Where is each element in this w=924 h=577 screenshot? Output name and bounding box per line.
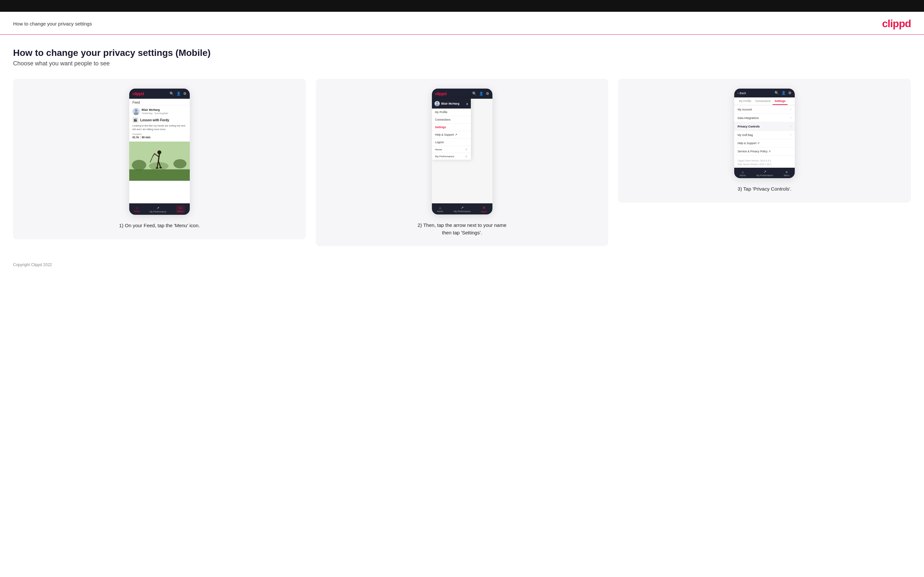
svg-point-5 [173,159,186,168]
copyright: Copyright Clippd 2022 [13,263,52,267]
svg-point-16 [436,102,438,104]
user-icon: 👤 [176,92,181,96]
menu-icon-3: ≡ [786,170,788,174]
menu-icon: ≡ [179,206,181,210]
duration-value: 01 hr : 30 min [132,136,186,139]
performance-icon-3: ↗ [763,170,766,174]
my-golf-bag-item[interactable]: My Golf Bag › [734,131,795,139]
dropdown-my-profile[interactable]: My Profile [432,108,471,116]
user-icon-3: 👤 [781,91,786,95]
dropdown-avatar [435,101,440,106]
home-label-2: Home [437,210,443,213]
dropdown-home-section[interactable]: Home ∨ [432,146,471,153]
dropdown-help-support[interactable]: Help & Support ↗ [432,131,471,139]
menu-label: Menu [178,210,184,213]
home-icon: ⌂ [136,206,138,210]
footer: Copyright Clippd 2022 [0,256,924,277]
page-header: How to change your privacy settings clip… [0,12,924,35]
header-title: How to change your privacy settings [13,21,92,26]
step1-bottom-nav: ⌂ Home ↗ My Performance ≡ Menu [129,203,190,215]
performance-label: My Performance [150,211,166,213]
data-integrations-chevron: › [790,116,792,120]
dropdown-connections[interactable]: Connections [432,116,471,124]
server-version: GQL Server Version: 2022.7.30-1 [738,163,792,166]
privacy-controls-label: Privacy Controls [738,125,760,128]
settings-list: My Account › Data Integrations › Privacy… [734,105,795,156]
avatar [132,108,140,115]
my-golf-bag-chevron: › [790,133,792,137]
privacy-controls-item[interactable]: Privacy Controls › [734,122,795,131]
privacy-controls-chevron: › [790,124,792,128]
lesson-icon: 🎬 [132,117,138,123]
step-1-caption: 1) On your Feed, tap the 'Menu' icon. [119,222,200,229]
user-icon-2: 👤 [479,92,484,96]
step-2-card: clippd 🔍 👤 ⚙ [316,79,609,246]
back-label: Back [740,92,746,95]
settings-icon: ⚙ [183,92,186,96]
step-1-card: clippd 🔍 👤 ⚙ Feed [13,79,306,239]
performance-nav-3: ↗ My Performance [756,170,773,177]
step2-nav-icons: 🔍 👤 ⚙ [472,92,489,96]
svg-point-1 [134,112,138,115]
home-chevron: ∨ [465,148,468,151]
golf-image [129,142,190,181]
performance-icon-2: ↗ [461,206,464,210]
performance-label-2: My Performance [454,210,470,213]
post-date: Yesterday · Sunningdale [142,112,168,115]
search-icon-3: 🔍 [774,91,779,95]
menu-nav-item[interactable]: ≡ Menu [176,205,185,213]
search-icon: 🔍 [170,92,174,96]
settings-icon-3: ⚙ [788,91,792,95]
dropdown-panel: Blair McHarg ∧ My Profile Connections Se… [432,99,471,160]
top-bar [0,0,924,12]
tab-my-profile[interactable]: My Profile [737,97,753,105]
post-body: Looking to feel like my hands are exitin… [132,124,186,131]
search-icon-2: 🔍 [472,92,477,96]
main-content: How to change your privacy settings (Mob… [0,35,924,256]
step1-content: Feed Blair McHarg Yesterday · Sunningdal… [129,99,190,203]
dropdown-performance-section[interactable]: My Performance ∨ [432,153,471,160]
svg-rect-3 [129,169,190,181]
step-1-phone: clippd 🔍 👤 ⚙ Feed [129,89,190,215]
step3-back-bar: ‹ Back 🔍 👤 ⚙ [734,89,795,97]
menu-nav-3[interactable]: ≡ Menu [783,170,790,177]
step-3-phone: ‹ Back 🔍 👤 ⚙ My Profile Connections Sett… [734,89,795,178]
help-support-label: Help & Support ↗ [738,142,760,145]
home-nav-item: ⌂ Home [134,206,140,213]
svg-point-17 [436,104,439,106]
svg-point-7 [157,150,161,154]
home-section-label: Home [435,148,442,151]
step2-content: Blair McHarg ∧ My Profile Connections Se… [432,99,493,203]
close-icon: ✕ [482,205,486,210]
back-chevron-icon: ‹ [738,92,738,95]
help-support-item[interactable]: Help & Support ↗ [734,139,795,147]
step3-bottom-nav: ⌂ Home ↗ My Performance ≡ Menu [734,168,795,178]
service-privacy-label: Service & Privacy Policy ↗ [738,150,771,153]
my-account-chevron: › [790,108,792,111]
post-header: Blair McHarg Yesterday · Sunningdale [132,108,186,115]
steps-row: clippd 🔍 👤 ⚙ Feed [13,79,911,246]
data-integrations-label: Data Integrations [738,116,759,120]
menu-nav-2[interactable]: ✕ Menu [481,205,487,213]
feed-post: Blair McHarg Yesterday · Sunningdale 🎬 L… [129,105,190,142]
step-2-phone: clippd 🔍 👤 ⚙ [432,89,493,214]
menu-label-3: Menu [783,174,790,177]
my-account-item[interactable]: My Account › [734,105,795,114]
performance-nav-2: ↗ My Performance [454,206,470,213]
post-author: Blair McHarg [142,108,168,112]
data-integrations-item[interactable]: Data Integrations › [734,114,795,122]
tab-settings[interactable]: Settings [772,97,788,105]
service-privacy-item[interactable]: Service & Privacy Policy ↗ [734,147,795,156]
performance-section-label: My Performance [435,155,454,158]
my-account-label: My Account [738,108,752,111]
step2-logo: clippd [435,91,447,96]
tab-connections[interactable]: Connections [753,97,772,105]
home-icon-2: ⌂ [439,206,441,210]
settings-icon-2: ⚙ [486,92,489,96]
dropdown-user-row[interactable]: Blair McHarg ∧ [432,99,471,108]
back-button[interactable]: ‹ Back [738,92,746,95]
home-icon-3: ⌂ [741,170,744,174]
dropdown-settings[interactable]: Settings [432,124,471,131]
svg-point-4 [132,160,146,170]
dropdown-logout[interactable]: Logout [432,139,471,146]
